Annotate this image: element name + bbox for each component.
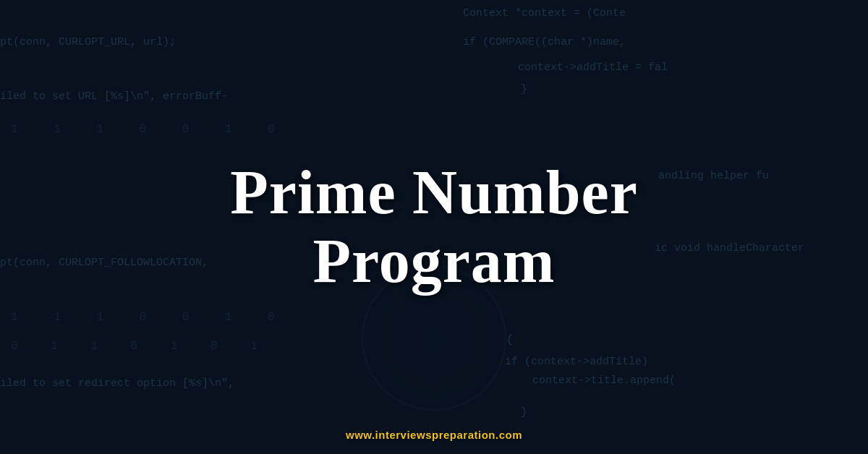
page-title: Prime Number Program bbox=[181, 158, 687, 295]
title-line2: Program bbox=[313, 226, 556, 296]
website-url: www.interviewspreparation.com bbox=[346, 429, 522, 441]
title-line1: Prime Number bbox=[230, 158, 638, 227]
main-content: Prime Number Program bbox=[181, 158, 687, 295]
